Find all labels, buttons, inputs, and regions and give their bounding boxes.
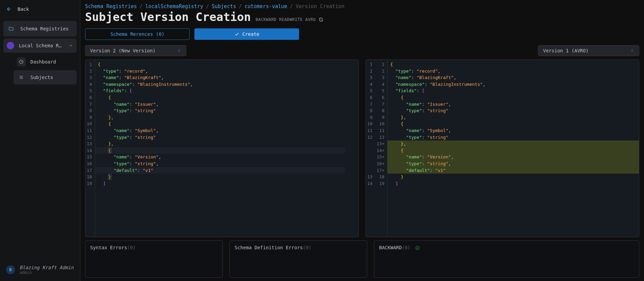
code-content[interactable]: { "type": "record", "name": "BlazingKraf… bbox=[95, 60, 345, 237]
line-gutter: 12345678910111213141516171819 bbox=[85, 60, 95, 237]
tag-mode: READWRITE bbox=[279, 17, 303, 22]
crumb-current: Version Creation bbox=[296, 3, 345, 9]
sidebar-dashboard[interactable]: Dashboard bbox=[14, 55, 77, 69]
svg-point-1 bbox=[416, 246, 420, 250]
code-content[interactable]: { "type": "record", "name": "BlazingKraf… bbox=[387, 60, 639, 237]
tag-compat: BACKWARD bbox=[256, 17, 276, 22]
sidebar-subjects[interactable]: Subjects bbox=[14, 70, 77, 84]
back-label: Back bbox=[18, 6, 29, 12]
panel-label: BACKWARD bbox=[379, 245, 402, 250]
list-icon bbox=[17, 73, 26, 82]
compat-panel: BACKWARD(0) bbox=[374, 240, 639, 278]
panel-count: (0) bbox=[127, 245, 136, 250]
schema-def-errors-panel: Schema Definition Errors(0) bbox=[230, 240, 367, 278]
check-icon bbox=[234, 31, 240, 37]
version-left-select[interactable]: Version 2 (New Version) bbox=[85, 45, 186, 56]
panel-count: (0) bbox=[402, 245, 410, 250]
user-block[interactable]: B Blazing Kraft Admin admin bbox=[3, 262, 77, 278]
avatar: B bbox=[6, 265, 15, 274]
back-button[interactable]: Back bbox=[3, 3, 77, 15]
sidebar-label: Subjects bbox=[30, 75, 53, 80]
folder-icon bbox=[7, 24, 16, 33]
sidebar-label: Schema Registries bbox=[20, 26, 69, 31]
check-circle-icon bbox=[415, 246, 420, 250]
tag-format: AVRO bbox=[305, 17, 316, 22]
syntax-errors-panel: Syntax Errors(0) bbox=[85, 240, 223, 278]
arrow-left-icon bbox=[6, 6, 12, 12]
select-icon bbox=[630, 49, 634, 53]
sidebar-label: Dashboard bbox=[30, 59, 56, 65]
panel-count: (0) bbox=[303, 245, 311, 250]
breadcrumb: Schema Registries / localSchemaRegistry … bbox=[85, 3, 639, 9]
select-icon bbox=[177, 49, 181, 53]
code-editor-left[interactable]: 12345678910111213141516171819 { "type": … bbox=[85, 59, 359, 237]
editor-right: 123456789101112 1314 12345678910111213+1… bbox=[366, 59, 639, 237]
code-editor-right[interactable]: 123456789101112 1314 12345678910111213+1… bbox=[366, 59, 639, 237]
crumb-subject-name[interactable]: cutomers-value bbox=[244, 3, 287, 9]
version-right-select[interactable]: Version 1 (AVRO) bbox=[538, 45, 639, 56]
sidebar-schema-registries[interactable]: Schema Registries bbox=[3, 21, 77, 36]
sidebar-children: Dashboard Subjects bbox=[14, 55, 77, 86]
crumb-local-registry[interactable]: localSchemaRegistry bbox=[145, 3, 204, 9]
create-button[interactable]: Create bbox=[194, 28, 299, 40]
refresh-icon[interactable] bbox=[319, 17, 323, 22]
crumb-subjects[interactable]: Subjects bbox=[212, 3, 236, 9]
chevron-down-icon bbox=[69, 43, 73, 48]
user-name: Blazing Kraft Admin bbox=[20, 265, 74, 270]
user-sub: admin bbox=[20, 270, 74, 275]
minimap[interactable] bbox=[345, 60, 358, 237]
panel-label: Schema Definition Errors bbox=[235, 245, 303, 250]
registry-dot-icon bbox=[7, 42, 14, 49]
editor-left: 12345678910111213141516171819 { "type": … bbox=[85, 59, 359, 237]
crumb-schema-registries[interactable]: Schema Registries bbox=[85, 3, 137, 9]
panel-label: Syntax Errors bbox=[90, 245, 127, 250]
sidebar-label: Local Schema Regi… bbox=[19, 43, 64, 48]
diff-gutter: 123456789101112 1314 12345678910111213+1… bbox=[366, 60, 387, 237]
page-title: Subject Version Creation bbox=[85, 10, 251, 24]
sidebar-local-registry[interactable]: Local Schema Regi… bbox=[3, 39, 77, 53]
main: Schema Registries / localSchemaRegistry … bbox=[80, 0, 644, 281]
sidebar: Back Schema Registries Local Schema Regi… bbox=[0, 0, 80, 281]
schema-references-button[interactable]: Schema Rerences (0) bbox=[85, 28, 190, 40]
gauge-icon bbox=[17, 57, 26, 66]
